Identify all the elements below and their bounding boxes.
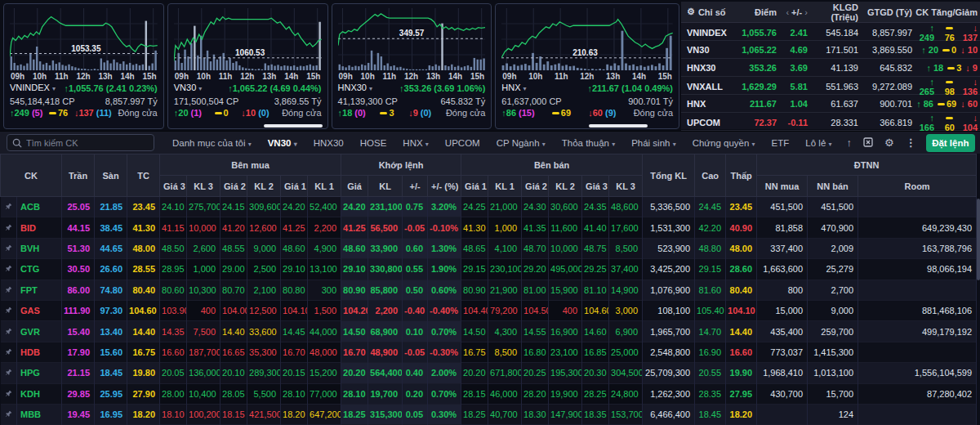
ask-price[interactable]: 24.30: [522, 197, 549, 217]
ask-volume[interactable]: 153,700: [609, 404, 643, 424]
ask-volume[interactable]: 3,000: [609, 300, 643, 320]
ask-volume[interactable]: 400: [549, 300, 582, 320]
upload-icon[interactable]: ↑: [847, 137, 853, 148]
pin-icon[interactable]: [5, 369, 12, 376]
bid-price[interactable]: 28.10: [281, 383, 308, 404]
bid-volume[interactable]: 300: [308, 280, 341, 300]
search-input[interactable]: [26, 138, 149, 148]
matched-change-pct[interactable]: 0.30%: [428, 404, 461, 424]
board-row-CTG[interactable]: CTG 30.50 26.60 28.5528.951,00029.002,50…: [1, 259, 977, 280]
board-row-KDH[interactable]: KDH 29.85 25.95 27.9028.0010,40028.055,5…: [1, 383, 977, 404]
pin-cell[interactable]: [1, 321, 17, 342]
bid-price[interactable]: 28.95: [160, 259, 187, 280]
more-options-icon[interactable]: ⋮: [906, 137, 916, 148]
ask-price[interactable]: 81.00: [522, 280, 549, 300]
ask-price[interactable]: 104.50: [522, 300, 549, 320]
matched-change-pct[interactable]: 0.70%: [428, 383, 461, 404]
ask-price[interactable]: 48.70: [522, 238, 549, 258]
ask-price[interactable]: 28.25: [582, 383, 609, 404]
bid-volume[interactable]: 12,600: [247, 217, 281, 238]
ask-volume[interactable]: 15,900: [549, 280, 582, 300]
bid-volume[interactable]: 77,000: [308, 383, 341, 404]
stock-search-box[interactable]: [7, 134, 154, 151]
ask-price[interactable]: 80.90: [461, 280, 488, 300]
pin-icon[interactable]: [5, 410, 12, 418]
bid-price[interactable]: 48.50: [160, 238, 187, 258]
ask-price[interactable]: 29.25: [582, 259, 609, 280]
ask-volume[interactable]: 10,000: [549, 238, 582, 258]
board-row-ACB[interactable]: ACB 25.05 21.85 23.4524.10275,70024.1530…: [1, 197, 977, 217]
pin-icon[interactable]: [5, 286, 12, 293]
ask-price[interactable]: 16.85: [582, 342, 609, 362]
bid-price[interactable]: 41.25: [281, 217, 308, 238]
ticker-symbol[interactable]: CTG: [17, 259, 62, 280]
pin-cell[interactable]: [1, 238, 17, 258]
bid-volume[interactable]: 2,200: [308, 217, 341, 238]
matched-price[interactable]: 20.20: [341, 363, 368, 383]
tab-Thỏa thuận[interactable]: Thỏa thuận ▾: [554, 138, 623, 148]
bid-price[interactable]: 20.05: [160, 363, 187, 383]
bid-price[interactable]: 18.15: [220, 404, 247, 424]
pin-icon[interactable]: [5, 390, 12, 397]
matched-volume[interactable]: 19,700: [368, 383, 403, 404]
bid-price[interactable]: 28.00: [160, 383, 187, 404]
ask-price[interactable]: 18.25: [461, 404, 488, 424]
ask-volume[interactable]: 11,600: [549, 217, 582, 238]
ask-price[interactable]: 24.35: [582, 197, 609, 217]
bid-volume[interactable]: 289,300: [247, 363, 281, 383]
matched-change[interactable]: 0.05: [403, 404, 428, 424]
matched-volume[interactable]: 2,200: [368, 300, 403, 320]
pin-icon[interactable]: [5, 203, 12, 210]
bid-volume[interactable]: 136,000: [187, 363, 220, 383]
bid-price[interactable]: 80.60: [160, 280, 187, 300]
tab-Lô lẻ[interactable]: Lô lẻ ▾: [797, 138, 840, 148]
ask-volume[interactable]: 46,000: [488, 383, 522, 404]
ask-volume[interactable]: 40,700: [488, 404, 522, 424]
ticker-symbol[interactable]: FPT: [17, 280, 62, 300]
board-row-MBB[interactable]: MBB 19.45 16.95 18.2018.10100,20018.1542…: [1, 404, 977, 424]
bid-volume[interactable]: 100,200: [187, 404, 220, 424]
ticker-symbol[interactable]: MBB: [17, 404, 62, 424]
ask-price[interactable]: 18.35: [582, 404, 609, 424]
excel-export-icon[interactable]: [863, 137, 873, 149]
ask-price[interactable]: 16.80: [522, 342, 549, 362]
index-name-dropdown[interactable]: VNINDEX ▾: [10, 82, 56, 96]
ticker-symbol[interactable]: ACB: [17, 197, 62, 217]
matched-change-pct[interactable]: 0.60%: [428, 280, 461, 300]
matched-change[interactable]: -0.40: [403, 300, 428, 320]
ask-price[interactable]: 29.15: [461, 259, 488, 280]
bid-price[interactable]: 28.05: [220, 383, 247, 404]
bid-volume[interactable]: 421,500: [247, 404, 281, 424]
ticker-symbol[interactable]: BVH: [17, 238, 62, 258]
bid-volume[interactable]: 13,100: [308, 259, 341, 280]
pin-cell[interactable]: [1, 342, 17, 362]
ask-volume[interactable]: 14,900: [609, 280, 643, 300]
matched-volume[interactable]: 56,500: [368, 217, 403, 238]
matched-volume[interactable]: 330,800: [368, 259, 403, 280]
ask-volume[interactable]: 230,100: [488, 259, 522, 280]
matched-price[interactable]: 41.25: [341, 217, 368, 238]
matched-change-pct[interactable]: -0.30%: [428, 342, 461, 362]
matched-price[interactable]: 29.10: [341, 259, 368, 280]
bid-price[interactable]: 41.20: [220, 217, 247, 238]
matched-change[interactable]: 0.10: [403, 321, 428, 342]
ask-price[interactable]: 28.15: [461, 383, 488, 404]
tab-HNX[interactable]: HNX ▾: [394, 138, 437, 148]
bid-price[interactable]: 29.00: [220, 259, 247, 280]
tab-Phái sinh[interactable]: Phái sinh ▾: [623, 138, 684, 148]
ask-volume[interactable]: 30,600: [549, 197, 582, 217]
bid-volume[interactable]: 12,500: [247, 300, 281, 320]
ask-price[interactable]: 20.25: [522, 363, 549, 383]
matched-price[interactable]: 28.10: [341, 383, 368, 404]
pin-cell[interactable]: [1, 259, 17, 280]
bid-price[interactable]: 16.70: [281, 342, 308, 362]
matched-change[interactable]: 0.50: [403, 280, 428, 300]
ask-volume[interactable]: 147,900: [549, 404, 582, 424]
ask-volume[interactable]: 6,900: [609, 321, 643, 342]
pin-cell[interactable]: [1, 404, 17, 424]
matched-volume[interactable]: 68,900: [368, 321, 403, 342]
bid-price[interactable]: 18.20: [281, 404, 308, 424]
bid-price[interactable]: 80.70: [220, 280, 247, 300]
ask-volume[interactable]: 19,900: [549, 383, 582, 404]
matched-change[interactable]: 0.75: [403, 197, 428, 217]
